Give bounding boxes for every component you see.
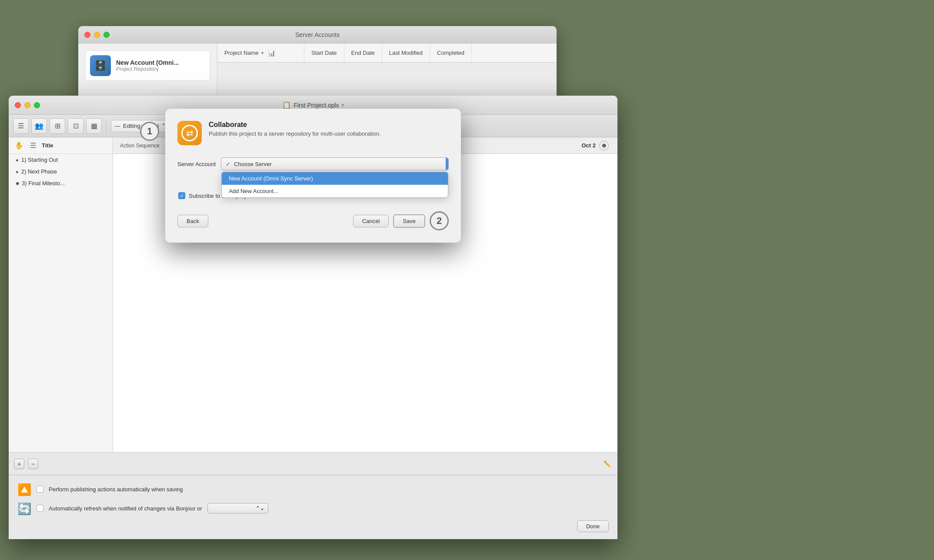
date-header: Oct 2 ⊕ xyxy=(573,141,617,150)
sidebar-label-3: 3) Final Milesto... xyxy=(22,180,65,187)
publish-auto-label: Perform publishing actions automatically… xyxy=(49,486,183,493)
main-minimize-btn[interactable] xyxy=(24,102,30,108)
outline-icon: ☰ xyxy=(18,122,24,130)
list-view-btn[interactable]: ☰ xyxy=(28,140,38,151)
dialog-title: Collaborate xyxy=(209,121,380,129)
account-name: New Account (Omni... xyxy=(116,59,179,66)
server-dropdown[interactable]: ✓ Choose Server New Account (Omni Sync S… xyxy=(221,157,449,170)
done-button[interactable]: Done xyxy=(577,520,609,532)
done-row: Done xyxy=(17,520,609,532)
refresh-label: Automatically refresh when notified of c… xyxy=(49,505,202,512)
sync-arrows-icon: ⇄ xyxy=(186,128,193,138)
publish-auto-checkbox[interactable] xyxy=(37,486,43,493)
view-dashboard-btn[interactable]: ⊡ xyxy=(68,118,83,134)
bg-table-header: Project Name ▾ 📊 Start Date End Date Las… xyxy=(217,43,557,63)
box-icon: ▦ xyxy=(91,122,97,130)
new-account-label: New Account (Omni Sync Server) xyxy=(229,175,313,182)
remove-task-btn[interactable]: − xyxy=(28,459,38,469)
bg-th-last-modified: Last Modified xyxy=(382,43,430,62)
file-icon: 📋 xyxy=(282,101,291,109)
dialog-header: ⇄ Collaborate Publish this project to a … xyxy=(177,121,449,145)
refresh-checkbox[interactable] xyxy=(37,505,43,512)
cancel-button[interactable]: Cancel xyxy=(353,215,389,227)
main-title: 📋 First Project.oplx ▾ xyxy=(282,101,344,109)
sidebar-item-2: ● 2) Next Phase xyxy=(9,166,113,177)
dropdown-item-add-new[interactable]: Add New Account... xyxy=(222,185,448,197)
step-2-circle: 2 xyxy=(430,211,449,230)
bg-titlebar: Server Accounts xyxy=(78,26,557,43)
bg-th-completed: Completed xyxy=(430,43,472,62)
sync-icon-inner: ⇄ xyxy=(181,125,198,141)
publish-auto-icon: 🔼 xyxy=(17,482,31,496)
refresh-row: 🔄 Automatically refresh when notified of… xyxy=(17,501,609,515)
dialog-right-buttons: Cancel Save 2 xyxy=(353,211,449,230)
sort-icon: ▾ xyxy=(261,50,264,55)
edit-icon-btn[interactable]: ✏️ xyxy=(602,459,612,469)
account-sub: Project Repository xyxy=(116,66,179,72)
dropdown-item-new-account[interactable]: New Account (Omni Sync Server) xyxy=(222,172,448,185)
svg-text:🔄: 🔄 xyxy=(17,502,31,515)
dropdown-check-icon: ✓ xyxy=(226,161,230,167)
dropdown-menu: New Account (Omni Sync Server) Add New A… xyxy=(221,172,448,198)
collaborate-icon: ⇄ xyxy=(177,121,202,145)
bonjour-dropdown[interactable]: ⌃⌄ xyxy=(207,503,268,513)
bg-traffic-lights xyxy=(84,32,110,38)
publish-footer: 🔼 Perform publishing actions automatical… xyxy=(9,475,617,539)
view-box-btn[interactable]: ▦ xyxy=(86,118,102,134)
bg-close-btn[interactable] xyxy=(84,32,90,38)
view-grid-btn[interactable]: ⊞ xyxy=(50,118,65,134)
add-task-btn[interactable]: + xyxy=(14,459,24,469)
bonjour-arrow: ⌃⌄ xyxy=(256,505,264,511)
bullet-3: ◆ xyxy=(16,180,19,186)
sidebar-header: ✋ ☰ Title xyxy=(9,137,113,154)
view-outline-btn[interactable]: ☰ xyxy=(13,118,29,134)
bullet-2: ● xyxy=(16,169,19,174)
title-dropdown-arrow: ▾ xyxy=(342,103,344,107)
bullet-1: ● xyxy=(16,157,19,163)
left-sidebar: ✋ ☰ Title ● 1) Starting Out ● 2) Next Ph… xyxy=(9,137,113,452)
grid-icon: ⊞ xyxy=(55,122,60,130)
subscribe-checkbox[interactable]: ✓ xyxy=(178,192,185,199)
bg-minimize-btn[interactable] xyxy=(94,32,100,38)
main-traffic-lights xyxy=(15,102,40,108)
sidebar-label-2: 2) Next Phase xyxy=(21,168,57,175)
main-maximize-btn[interactable] xyxy=(34,102,40,108)
sidebar-item-1: ● 1) Starting Out xyxy=(9,154,113,166)
dropdown-blue-accent xyxy=(446,158,448,170)
bg-th-start-date: Start Date xyxy=(304,43,344,62)
sidebar-title: Title xyxy=(42,142,53,149)
collaborate-dialog: 1 ⇄ Collaborate Publish this project to … xyxy=(165,109,461,243)
account-icon: 🗄️ xyxy=(90,55,111,76)
save-button[interactable]: Save xyxy=(393,214,425,228)
date-label: Oct 2 xyxy=(581,142,596,149)
sidebar-label-1: 1) Starting Out xyxy=(21,157,58,163)
dialog-subtitle: Publish this project to a server reposit… xyxy=(209,130,380,137)
publish-auto-row: 🔼 Perform publishing actions automatical… xyxy=(17,482,609,496)
dialog-title-area: Collaborate Publish this project to a se… xyxy=(209,121,380,137)
toolbar-sep-1 xyxy=(106,120,107,133)
back-button[interactable]: Back xyxy=(177,215,208,227)
zoom-icon[interactable]: ⊕ xyxy=(599,141,609,150)
account-info: New Account (Omni... Project Repository xyxy=(116,59,179,72)
bg-th-end-date: End Date xyxy=(344,43,382,62)
dashboard-icon: ⊡ xyxy=(73,122,79,130)
account-card[interactable]: 🗄️ New Account (Omni... Project Reposito… xyxy=(85,50,210,81)
sidebar-item-3: ◆ 3) Final Milesto... xyxy=(9,177,113,189)
dropdown-current-value: Choose Server xyxy=(234,161,272,167)
bg-th-project-name[interactable]: Project Name ▾ 📊 xyxy=(217,43,304,62)
main-title-text: First Project.oplx xyxy=(294,102,339,109)
add-new-label: Add New Account... xyxy=(229,188,278,194)
chart-icon: 📊 xyxy=(268,50,275,57)
main-close-btn[interactable] xyxy=(15,102,21,108)
dialog-footer: Back Cancel Save 2 xyxy=(177,211,449,230)
bg-window-title: Server Accounts xyxy=(295,31,340,38)
bg-maximize-btn[interactable] xyxy=(103,32,110,38)
view-people-btn[interactable]: 👥 xyxy=(31,118,47,134)
server-account-row: Server Account ✓ Choose Server New Accou… xyxy=(177,157,449,170)
bottom-toolbar: + − ✏️ xyxy=(9,452,617,475)
refresh-icon: 🔄 xyxy=(17,501,31,515)
people-icon: 👥 xyxy=(35,122,43,130)
step-1-circle: 1 xyxy=(140,122,159,141)
hand-tool-btn[interactable]: ✋ xyxy=(14,140,24,151)
server-account-label: Server Account xyxy=(177,161,216,167)
